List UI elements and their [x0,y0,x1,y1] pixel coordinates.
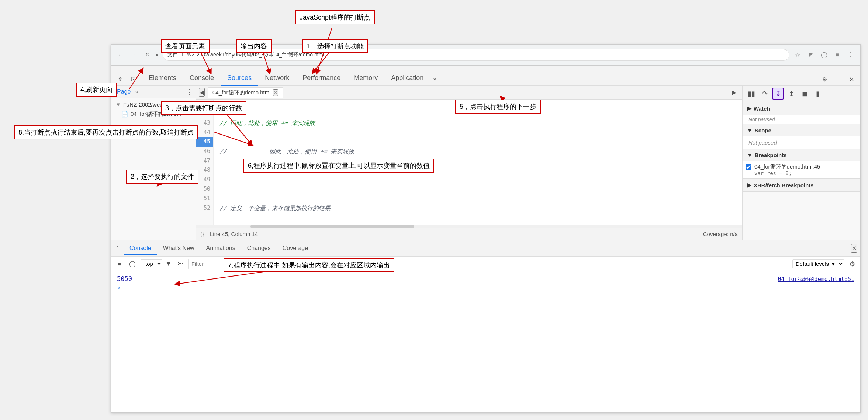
console-tab-coverage[interactable]: Coverage [277,242,314,255]
code-scrollbar[interactable] [196,225,742,228]
breakpoints-section-header[interactable]: ▼ Breakpoints [743,149,860,161]
console-tab-bar: ⋮ Console What's New Animations Changes … [111,240,860,257]
code-tab-close-button[interactable]: ✕ [273,89,278,96]
step-into-button[interactable]: ↧ [772,88,784,100]
breakpoint-code: var res = 0; [754,170,820,176]
breakpoints-section: ▼ Breakpoints 04_for循环的demo.html:45 var … [743,149,860,179]
coverage-indicator: Coverage: n/a [703,231,738,237]
console-level-select[interactable]: Default levels ▼ [792,259,844,268]
devtools-device-button[interactable]: ⎘ [127,73,139,85]
tab-elements[interactable]: Elements [142,71,183,86]
console-tab-console[interactable]: Console [124,242,157,255]
reload-button[interactable]: ↻ [142,50,152,60]
pause-on-exceptions-button[interactable]: ▮ [812,88,824,100]
settings-icon[interactable]: ⚙ [819,73,831,85]
scope-section: ▼ Scope Not paused [743,124,860,149]
profile-button[interactable]: ◯ [819,50,829,60]
annotation-console-output-area: 7,程序执行过程中,如果有输出内容,会在对应区域内输出 [224,258,394,272]
line-numbers: 41 42 43 44 45 46 47 48 49 50 51 52 [196,100,214,225]
tab-console[interactable]: Console [183,71,221,86]
file-panel-more-icon[interactable]: » [135,89,138,95]
collapse-panel-button[interactable]: ◀ [199,88,205,97]
pause-resume-button[interactable]: ▮▮ [746,88,757,100]
console-settings-button[interactable]: ⚙ [847,259,857,269]
devtools-right-icons: ⚙ ⋮ ✕ [819,73,860,85]
code-file-tab: 04_for循环的demo.html ✕ [208,87,283,98]
watch-section: ▶ Watch [743,102,860,115]
annotation-breakpoint-function: 1，选择打断点功能 [302,39,368,53]
annotation-elements: 查看页面元素 [161,39,210,53]
breakpoint-item: 04_for循环的demo.html:45 var res = 0; [743,161,860,178]
step-over-button[interactable]: ↷ [759,88,771,100]
scope-section-header[interactable]: ▼ Scope [743,124,860,136]
console-tab-animations[interactable]: Animations [200,242,241,255]
console-context-select[interactable]: top [141,259,162,268]
console-block-button[interactable]: ◯ [127,259,138,269]
tabs-more-icon[interactable]: » [430,73,439,85]
annotation-js-title: JavaScript程序的打断点 [295,10,375,24]
file-panel-tab-bar: Page » ⋮ [111,86,196,98]
extensions-button[interactable]: ■ [832,50,843,60]
breakpoint-file: 04_for循环的demo.html:45 [754,163,820,170]
devtools-more-icon[interactable]: ⋮ [832,73,844,85]
step-out-button[interactable]: ↥ [785,88,797,100]
console-tab-whatsnew[interactable]: What's New [157,242,200,255]
xhr-section-header[interactable]: ▶ XHR/fetch Breakpoints [743,179,860,191]
code-line-41: // 因此，此处，使用 += 来实现效 [219,118,736,128]
console-output-source[interactable]: 04_for循环的demo.html:51 [778,276,854,283]
file-panel-kebab-icon[interactable]: ⋮ [186,88,193,96]
back-button[interactable]: ← [115,50,126,60]
tab-performance[interactable]: Performance [296,71,347,86]
console-kebab-icon[interactable]: ⋮ [114,244,121,253]
code-tab-filename: 04_for循环的demo.html [212,89,271,96]
debugger-toolbar: ▮▮ ↷ ↧ ↥ ◼ ▮ [743,86,860,102]
tab-application[interactable]: Application [384,71,430,86]
forward-button[interactable]: → [129,50,139,60]
console-tab-changes[interactable]: Changes [241,242,277,255]
tab-sources[interactable]: Sources [221,71,258,86]
scope-content: Not paused [743,136,860,149]
console-eye-button[interactable]: 👁 [175,259,185,269]
code-line-42: // 因此，此处，使用 += 来实现效 [219,147,736,156]
format-button[interactable]: {} [200,231,204,237]
console-output: 5050 04_for循环的demo.html:51 › [111,271,860,412]
watch-not-paused: Not paused [743,115,860,124]
console-close-button[interactable]: ✕ [851,244,857,253]
bookmark-button[interactable]: ☆ [792,50,803,60]
breakpoints-label: Breakpoints [755,152,787,158]
menu-button[interactable]: ⋮ [845,50,856,60]
watch-expand-icon: ▶ [747,105,751,112]
watch-section-header[interactable]: ▶ Watch [743,102,860,115]
tab-network[interactable]: Network [258,71,296,86]
xhr-expand-icon: ▶ [747,182,751,188]
console-dropdown-icon[interactable]: ▼ [165,260,172,268]
annotation-click-line: 3，点击需要打断点的行数 [161,101,246,115]
browser-toolbar: ← → ↻ ● ☆ ◤ ◯ ■ ⋮ [111,45,860,65]
scope-label: Scope [755,127,771,133]
console-clear-button[interactable]: ■ [114,259,124,269]
run-code-button[interactable]: ▶ [729,87,739,98]
deactivate-breakpoints-button[interactable]: ◼ [799,88,810,100]
tab-memory[interactable]: Memory [347,71,384,86]
breakpoint-checkbox[interactable] [746,164,751,170]
code-line-44: // 定义一个变量，来存储累加执行的结果 [219,204,736,213]
code-panel-tabs: ◀ 04_for循环的demo.html ✕ ▶ [196,86,742,100]
cast-button[interactable]: ◤ [806,50,816,60]
code-footer: {} Line 45, Column 14 Coverage: n/a [196,228,742,240]
xhr-section: ▶ XHR/fetch Breakpoints [743,179,860,192]
console-output-value: 5050 [117,275,132,282]
devtools-body: Page » ⋮ ▼ F:/NZ-2002/week1/day 📄 04_for… [111,86,860,412]
code-line-43 [219,175,736,185]
close-devtools-button[interactable]: ✕ [845,73,857,85]
annotation-refresh: 4,刷新页面 [76,83,117,97]
console-cursor-row: › [117,284,854,291]
scope-expand-icon: ▼ [747,127,753,133]
devtools-tab-bar: ⇪ ⎘ Elements Console Sources Network Per… [111,66,860,86]
annotation-var-value: 6,程序执行过程中,鼠标放置在变量上,可以显示变量当前的数值 [243,159,434,173]
annotation-step-next: 5，点击执行程序的下一步 [455,100,541,114]
console-output-row-1: 5050 04_for循环的demo.html:51 [117,274,854,284]
file-tree: ▼ F:/NZ-2002/week1/day 📄 04_for循环的demo.h [111,98,196,240]
annotation-select-file: 2，选择要执行的文件 [126,170,198,184]
debugger-panel: ▮▮ ↷ ↧ ↥ ◼ ▮ ▶ Watch Not pause [742,86,860,240]
devtools-panel: ⇪ ⎘ Elements Console Sources Network Per… [111,65,860,412]
